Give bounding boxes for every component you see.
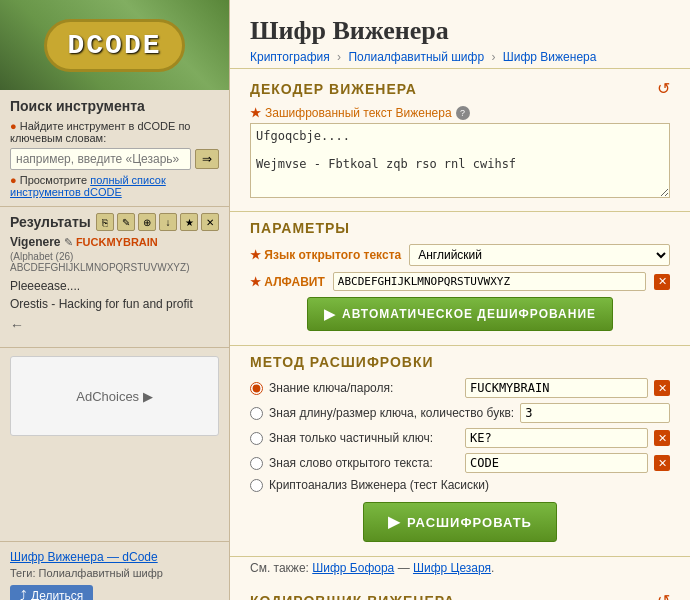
auto-decrypt-button[interactable]: ▶ АВТОМАТИЧЕСКОЕ ДЕШИФРОВАНИЕ: [307, 297, 613, 331]
method-radio-word[interactable]: [250, 457, 263, 470]
logo[interactable]: DCODE: [44, 19, 184, 72]
vigenere-result: Vigenere ✎ FUCKMYBRAIN: [10, 235, 219, 249]
share-icon: ⤴: [20, 588, 27, 600]
play-icon: ▶: [324, 306, 336, 322]
method-label-kasiski: Криптоанализ Виженера (тест Касиски): [269, 478, 489, 492]
decrypt-button[interactable]: ▶ РАСШИФРОВАТЬ: [363, 502, 557, 542]
full-list-link: ● Просмотрите полный список инструментов…: [10, 174, 219, 198]
alphabet-row: ★ АЛФАВИТ ✕: [250, 272, 670, 291]
search-title: Поиск инструмента: [10, 98, 219, 114]
decoder-title: Декодер Виженера: [250, 81, 417, 97]
method-label-partial: Зная только частичный ключ:: [269, 431, 459, 445]
method-input-word[interactable]: [465, 453, 648, 473]
params-section: Параметры ★ Язык открытого текста Англий…: [230, 212, 690, 346]
alphabet-clear-btn[interactable]: ✕: [654, 274, 670, 290]
encoder-header: Кодировщик Виженера ↺: [230, 583, 690, 600]
method-radio-key[interactable]: [250, 382, 263, 395]
search-row: ⇒: [10, 148, 219, 170]
right-panel: Шифр Виженера Криптография › Полиалфавит…: [230, 0, 690, 600]
lang-select[interactable]: Английский Французский Немецкий Испански…: [409, 244, 670, 266]
decoded-text-1: Pleeeease....: [10, 279, 219, 293]
see-also-beaufort[interactable]: Шифр Бофора: [312, 561, 394, 575]
help-icon[interactable]: ?: [456, 106, 470, 120]
lang-row: ★ Язык открытого текста Английский Франц…: [250, 244, 670, 266]
results-title: Результаты: [10, 214, 91, 230]
breadcrumb: Криптография › Полиалфавитный шифр › Шиф…: [250, 50, 670, 64]
tags: Теги: Полиалфавитный шифр: [10, 567, 219, 579]
method-label-word: Зная слово открытого текста:: [269, 456, 459, 470]
encoder-title: Кодировщик Виженера: [250, 593, 455, 601]
method-clear-key[interactable]: ✕: [654, 380, 670, 396]
method-radio-kasiski[interactable]: [250, 479, 263, 492]
method-title: Метод расшифровки: [250, 354, 670, 370]
bookmark-icon[interactable]: ★: [180, 213, 198, 231]
see-also: См. также: Шифр Бофора — Шифр Цезаря.: [230, 557, 690, 583]
method-input-length[interactable]: [520, 403, 670, 423]
decoder-header: Декодер Виженера ↺: [250, 79, 670, 98]
method-input-partial[interactable]: [465, 428, 648, 448]
search-hint: ● Найдите инструмент в dCODE по ключевым…: [10, 120, 219, 144]
method-label-key: Знание ключа/пароля:: [269, 381, 459, 395]
method-clear-word[interactable]: ✕: [654, 455, 670, 471]
page-header: Шифр Виженера Криптография › Полиалфавит…: [230, 0, 690, 69]
encoder-refresh-icon[interactable]: ↺: [657, 591, 670, 600]
decoder-section: Декодер Виженера ↺ ★ Зашифрованный текст…: [230, 69, 690, 212]
back-arrow[interactable]: ←: [10, 317, 219, 333]
ad-area[interactable]: AdChoices ▶: [10, 356, 219, 436]
search-section: Поиск инструмента ● Найдите инструмент в…: [0, 90, 229, 207]
print-icon[interactable]: ⊕: [138, 213, 156, 231]
close-icon[interactable]: ✕: [201, 213, 219, 231]
method-radio-partial[interactable]: [250, 432, 263, 445]
decoded-text-2: Orestis - Hacking for fun and profit: [10, 297, 219, 311]
method-row-kasiski: Криптоанализ Виженера (тест Касиски): [250, 478, 670, 492]
method-input-key[interactable]: [465, 378, 648, 398]
params-title: Параметры: [250, 220, 670, 236]
download-icon[interactable]: ↓: [159, 213, 177, 231]
left-panel: DCODE Поиск инструмента ● Найдите инстру…: [0, 0, 230, 600]
results-actions: ⎘ ✎ ⊕ ↓ ★ ✕: [96, 213, 219, 231]
method-clear-partial[interactable]: ✕: [654, 430, 670, 446]
method-radio-length[interactable]: [250, 407, 263, 420]
logo-area: DCODE: [0, 0, 229, 90]
footer-anchor[interactable]: Шифр Виженера — dCode: [10, 550, 158, 564]
method-row-length: Зная длину/размер ключа, количество букв…: [250, 403, 670, 423]
left-footer: Шифр Виженера — dCode Теги: Полиалфавитн…: [0, 541, 229, 600]
copy-icon[interactable]: ⎘: [96, 213, 114, 231]
method-row-key: Знание ключа/пароля: ✕: [250, 378, 670, 398]
breadcrumb-polyalphabetic[interactable]: Полиалфавитный шифр: [348, 50, 484, 64]
vigenere-alphabet: (Alphabet (26) ABCDEFGHIJKLMNOPQRSTUVWXY…: [10, 251, 219, 273]
method-label-length: Зная длину/размер ключа, количество букв…: [269, 406, 514, 420]
share-button[interactable]: ⤴ Делиться: [10, 585, 93, 600]
alphabet-input[interactable]: [333, 272, 646, 291]
decrypt-play-icon: ▶: [388, 513, 401, 531]
breadcrumb-cryptography[interactable]: Криптография: [250, 50, 330, 64]
method-row-word: Зная слово открытого текста: ✕: [250, 453, 670, 473]
results-section: Результаты ⎘ ✎ ⊕ ↓ ★ ✕ Vigenere ✎ FUCKMY…: [0, 207, 229, 348]
page-title: Шифр Виженера: [250, 16, 670, 46]
breadcrumb-vigenere[interactable]: Шифр Виженера: [503, 50, 597, 64]
auto-decrypt-container: ▶ АВТОМАТИЧЕСКОЕ ДЕШИФРОВАНИЕ: [250, 297, 670, 331]
method-section: Метод расшифровки Знание ключа/пароля: ✕…: [230, 346, 690, 557]
decrypt-btn-container: ▶ РАСШИФРОВАТЬ: [250, 502, 670, 542]
edit-icon[interactable]: ✎: [117, 213, 135, 231]
cipher-textarea[interactable]: Ufgoqcbje.... Wejmvse - Fbtkoal zqb rso …: [250, 123, 670, 198]
search-input[interactable]: [10, 148, 191, 170]
refresh-icon[interactable]: ↺: [657, 79, 670, 98]
cipher-label: ★ Зашифрованный текст Виженера ?: [250, 106, 670, 120]
footer-link: Шифр Виженера — dCode: [10, 550, 219, 564]
results-header: Результаты ⎘ ✎ ⊕ ↓ ★ ✕: [10, 213, 219, 231]
search-button[interactable]: ⇒: [195, 149, 219, 169]
see-also-caesar[interactable]: Шифр Цезаря: [413, 561, 491, 575]
result-edit-icon[interactable]: ✎: [64, 236, 76, 248]
method-row-partial: Зная только частичный ключ: ✕: [250, 428, 670, 448]
